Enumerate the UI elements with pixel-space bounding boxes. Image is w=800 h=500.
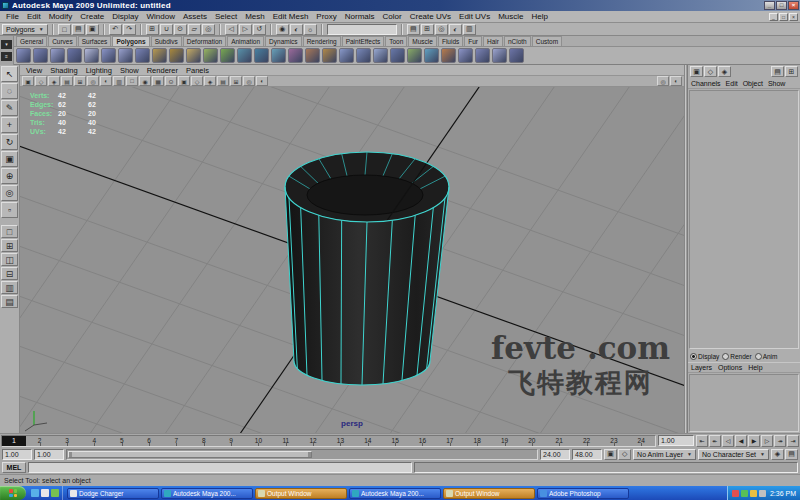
frame-tick-4[interactable]: 4 xyxy=(81,436,108,446)
scale-tool[interactable]: ▣ xyxy=(1,151,18,167)
poly-torus-icon[interactable] xyxy=(101,48,116,63)
smooth-icon[interactable] xyxy=(322,48,337,63)
show-desktop-icon[interactable] xyxy=(41,489,49,497)
animation-start-field[interactable]: 1.00 xyxy=(2,449,32,460)
lock-toggle-icon[interactable]: ▤ xyxy=(785,449,798,460)
poly-cone-icon[interactable] xyxy=(67,48,82,63)
frame-tick-12[interactable]: 12 xyxy=(299,436,326,446)
channelbox-menu-object[interactable]: Object xyxy=(743,80,763,87)
messenger-icon[interactable] xyxy=(759,490,766,497)
layer-menu-layers[interactable]: Layers xyxy=(691,364,712,371)
shelf-tab-surfaces[interactable]: Surfaces xyxy=(78,36,112,46)
shelf-tab-polygons[interactable]: Polygons xyxy=(112,36,149,46)
snap-to-plane-icon[interactable]: ▱ xyxy=(188,24,201,35)
animation-preferences-icon[interactable]: ◇ xyxy=(618,449,631,460)
shelf-tab-deformation[interactable]: Deformation xyxy=(183,36,226,46)
quadrangulate-icon[interactable] xyxy=(373,48,388,63)
bookmark-icon[interactable]: ▤ xyxy=(61,76,73,86)
three-pane-split-layout-button[interactable]: ▥ xyxy=(1,281,18,294)
shelf-tab-fluids[interactable]: Fluids xyxy=(438,36,463,46)
frame-tick-18[interactable]: 18 xyxy=(464,436,491,446)
maximize-button[interactable]: □ xyxy=(776,1,787,10)
snap-to-grid-icon[interactable]: ⊞ xyxy=(146,24,159,35)
taskbar-item-autodesk-maya-200[interactable]: Autodesk Maya 200... xyxy=(161,488,253,499)
separate-icon[interactable] xyxy=(237,48,252,63)
channelbox-menu-show[interactable]: Show xyxy=(768,80,786,87)
smooth-shade-all-icon[interactable]: ◇ xyxy=(191,76,203,86)
mirror-geometry-icon[interactable] xyxy=(390,48,405,63)
channelbox-menu-edit[interactable]: Edit xyxy=(726,80,738,87)
step-forward-key-button[interactable]: ↠ xyxy=(774,435,786,447)
internet-explorer-icon[interactable] xyxy=(31,489,39,497)
shelf-tab-arrow-icon[interactable]: ▾ xyxy=(1,40,12,49)
panel-menu-lighting[interactable]: Lighting xyxy=(82,66,116,75)
frame-tick-15[interactable]: 15 xyxy=(381,436,408,446)
windows-media-player-icon[interactable] xyxy=(51,489,59,497)
frame-tick-14[interactable]: 14 xyxy=(354,436,381,446)
step-forward-frame-button[interactable]: ▷ xyxy=(761,435,773,447)
frame-tick-6[interactable]: 6 xyxy=(135,436,162,446)
insert-edge-loop-icon[interactable] xyxy=(492,48,507,63)
split-polygon-tool-icon[interactable] xyxy=(475,48,490,63)
grid-toggle-icon[interactable]: ◎ xyxy=(87,76,99,86)
camera-select-icon[interactable]: ▣ xyxy=(22,76,34,86)
lock-camera-icon[interactable]: ◇ xyxy=(35,76,47,86)
menu-modify[interactable]: Modify xyxy=(45,12,77,21)
go-to-end-button[interactable]: ⇥ xyxy=(787,435,799,447)
mel-label[interactable]: MEL xyxy=(2,462,26,473)
safe-action-icon[interactable]: ▦ xyxy=(152,76,164,86)
move-tool[interactable]: + xyxy=(1,117,18,133)
frame-tick-22[interactable]: 22 xyxy=(573,436,600,446)
reduce-icon[interactable] xyxy=(339,48,354,63)
minimize-button[interactable]: _ xyxy=(764,1,775,10)
display-mode-anim[interactable]: Anim xyxy=(755,353,778,360)
select-tool[interactable]: ↖ xyxy=(1,66,18,82)
display-mode-render[interactable]: Render xyxy=(722,353,751,360)
shelf-tab-custom[interactable]: Custom xyxy=(532,36,562,46)
shelf-tab-fur[interactable]: Fur xyxy=(464,36,482,46)
step-back-key-button[interactable]: ↞ xyxy=(709,435,721,447)
xray-icon[interactable]: ◎ xyxy=(243,76,255,86)
shelf-tab-muscle[interactable]: Muscle xyxy=(408,36,437,46)
outliner-persp-layout-button[interactable]: ▤ xyxy=(1,295,18,308)
taskbar-item-output-window[interactable]: Output Window xyxy=(255,488,347,499)
display-toggle-icon[interactable]: ◈ xyxy=(718,66,731,77)
show-manipulator[interactable]: ◎ xyxy=(1,185,18,201)
shelf-tab-animation[interactable]: Animation xyxy=(227,36,264,46)
channel-sliders-icon[interactable]: ▤ xyxy=(771,66,784,77)
time-slider-track[interactable]: 123456789101112131415161718192021222324 xyxy=(1,435,656,447)
panel-menu-shading[interactable]: Shading xyxy=(46,66,82,75)
menu-color[interactable]: Color xyxy=(379,12,406,21)
poly-pipe-icon[interactable] xyxy=(152,48,167,63)
frame-tick-8[interactable]: 8 xyxy=(190,436,217,446)
layer-menu-help[interactable]: Help xyxy=(748,364,762,371)
frame-tick-10[interactable]: 10 xyxy=(245,436,272,446)
viewport-3d-view[interactable]: Verts:4242Edges:6262Faces:2020Tris:4040U… xyxy=(20,87,684,433)
wireframe-icon[interactable]: ▣ xyxy=(178,76,190,86)
shelf-menu-icon[interactable]: ≡ xyxy=(1,52,12,61)
shelf-tab-general[interactable]: General xyxy=(16,36,47,46)
safe-title-icon[interactable]: ⊙ xyxy=(165,76,177,86)
scene-restore-icon[interactable]: □ xyxy=(779,13,788,21)
menu-create-uvs[interactable]: Create UVs xyxy=(406,12,455,21)
menu-file[interactable]: File xyxy=(2,12,23,21)
triangulate-icon[interactable] xyxy=(356,48,371,63)
close-button[interactable]: × xyxy=(788,1,799,10)
channel-box-body[interactable] xyxy=(689,90,799,349)
booleans-intersection-icon[interactable] xyxy=(305,48,320,63)
frame-tick-24[interactable]: 24 xyxy=(628,436,655,446)
shelf-tab-dynamics[interactable]: Dynamics xyxy=(265,36,302,46)
channel-box-toggle-icon[interactable]: ▣ xyxy=(690,66,703,77)
menu-edit-uvs[interactable]: Edit UVs xyxy=(455,12,494,21)
animation-end-field[interactable]: 48.00 xyxy=(572,449,602,460)
panel-menu-panels[interactable]: Panels xyxy=(182,66,213,75)
extract-icon[interactable] xyxy=(254,48,269,63)
shelf-tab-hair[interactable]: Hair xyxy=(483,36,503,46)
single-pane-layout-button[interactable]: □ xyxy=(1,225,18,238)
scene-minimize-icon[interactable]: _ xyxy=(769,13,778,21)
frame-tick-11[interactable]: 11 xyxy=(272,436,299,446)
shelf-tab-subdivs[interactable]: Subdivs xyxy=(151,36,182,46)
frame-tick-7[interactable]: 7 xyxy=(163,436,190,446)
output-connections-icon[interactable]: ▷ xyxy=(239,24,252,35)
frame-tick-9[interactable]: 9 xyxy=(217,436,244,446)
